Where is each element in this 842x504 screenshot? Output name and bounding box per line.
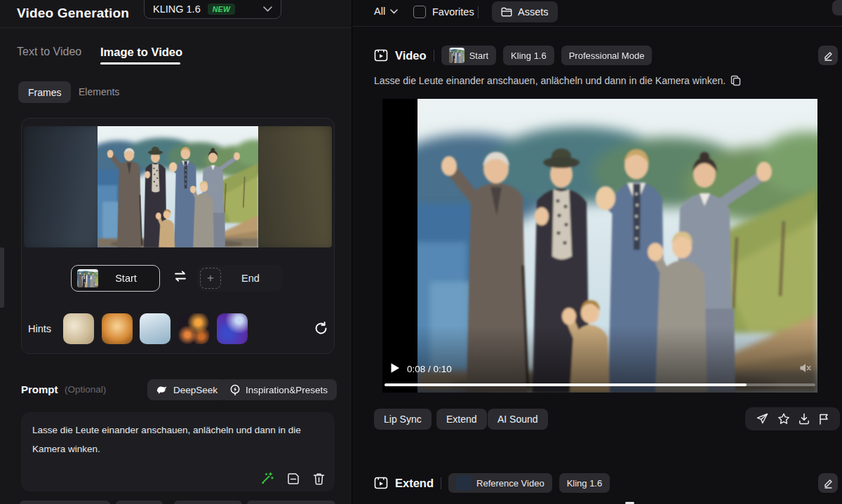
video-progress-fill (385, 383, 747, 386)
download-icon[interactable] (798, 413, 810, 425)
hints-label: Hints (28, 323, 51, 334)
cutoff-option-button-1[interactable] (20, 500, 110, 504)
left-header: Video Generation KLING 1.6 NEW (0, 0, 352, 28)
results-panel: All Favorites Assets Video (353, 0, 842, 504)
hint-thumbnail-2[interactable] (102, 313, 133, 344)
copy-icon[interactable] (730, 75, 741, 86)
assets-label: Assets (518, 6, 549, 18)
prompt-optional-label: (Optional) (65, 384, 106, 395)
left-edge-scrollbar[interactable] (0, 247, 4, 308)
hint-thumbnail-5[interactable] (217, 313, 248, 344)
folder-icon (501, 7, 512, 17)
speaker-muted-icon[interactable] (799, 362, 812, 374)
favorites-label[interactable]: Favorites (432, 6, 474, 18)
extend-section-title: Extend (395, 477, 434, 490)
lip-sync-button[interactable]: Lip Sync (374, 409, 432, 430)
start-frame-thumbnail (77, 269, 98, 287)
video-actions-toolbar (745, 407, 840, 430)
ai-sound-button[interactable]: AI Sound (488, 409, 548, 430)
filter-all-dropdown[interactable]: All (374, 6, 398, 17)
mode-chip-label: Professional Mode (569, 50, 645, 61)
swap-arrows-icon[interactable] (173, 270, 188, 282)
hint-thumbnail-1[interactable] (63, 313, 94, 344)
reference-video-label: Reference Video (476, 478, 544, 489)
save-icon[interactable] (287, 472, 300, 485)
active-tab-underline (100, 62, 180, 64)
pencil-icon (823, 478, 834, 489)
reference-video-thumbnail (456, 475, 472, 491)
cutoff-corner-button[interactable] (832, 0, 842, 15)
section-separator (434, 50, 434, 62)
tab-text-to-video[interactable]: Text to Video (17, 46, 81, 58)
extend-model-chip[interactable]: Kling 1.6 (559, 473, 610, 493)
flag-icon[interactable] (819, 414, 829, 425)
extend-label: Extend (446, 414, 477, 425)
ai-sound-label: AI Sound (497, 414, 538, 425)
plus-icon: + (200, 268, 221, 289)
start-chip-thumbnail (449, 48, 465, 63)
inspiration-presets-button[interactable]: Inspiration&Presets (220, 379, 337, 400)
section-separator (441, 477, 441, 489)
chevron-down-icon (263, 6, 272, 12)
start-frame-chip[interactable]: Start (441, 46, 496, 65)
deepseek-button[interactable]: DeepSeek (147, 379, 227, 400)
chevron-down-icon (390, 9, 398, 14)
subtab-frames[interactable]: Frames (18, 81, 71, 103)
video-frame-icon (374, 476, 388, 490)
playback-time: 0:08 / 0:10 (407, 364, 452, 374)
favorites-checkbox[interactable] (413, 6, 426, 18)
mode-chip[interactable]: Professional Mode (561, 46, 653, 65)
model-selector-label: KLING 1.6 (153, 4, 201, 15)
start-frame-label: Start (98, 273, 154, 284)
model-chip-label: Kling 1.6 (511, 50, 547, 61)
generation-panel: Video Generation KLING 1.6 NEW Text to V… (0, 0, 352, 504)
extend-section-header: Extend Reference Video Kling 1.6 (374, 473, 610, 493)
page-title: Video Generation (17, 6, 129, 21)
lip-sync-label: Lip Sync (384, 414, 422, 425)
magic-wand-icon[interactable] (260, 472, 274, 485)
cutoff-option-button-3[interactable] (174, 500, 242, 504)
paper-plane-icon[interactable] (756, 413, 768, 425)
pencil-icon (823, 50, 834, 61)
whale-icon (156, 386, 168, 395)
header-separator (478, 6, 479, 18)
filter-all-label: All (374, 6, 385, 17)
results-header: All Favorites Assets (353, 0, 842, 27)
end-frame-label: End (221, 273, 280, 284)
cutoff-option-button-4[interactable] (247, 500, 335, 504)
reference-video-chip[interactable]: Reference Video (448, 473, 552, 493)
end-frame-button[interactable]: + End (197, 265, 283, 292)
lightning-pin-icon (229, 384, 241, 396)
start-frame-button[interactable]: Start (71, 265, 160, 292)
cutoff-option-button-2[interactable] (116, 500, 163, 504)
frames-card: Start + End Hints (21, 118, 335, 354)
play-icon[interactable] (390, 362, 400, 374)
trash-icon[interactable] (313, 472, 325, 485)
edit-prompt-button[interactable] (818, 46, 838, 65)
kling-video-generation-app: Video Generation KLING 1.6 NEW Text to V… (0, 0, 842, 504)
deepseek-label: DeepSeek (173, 385, 218, 395)
prompt-textarea[interactable]: Lasse die Leute einander anschauen, anlä… (21, 412, 335, 491)
hint-thumbnail-4[interactable] (178, 313, 209, 344)
model-chip[interactable]: Kling 1.6 (503, 46, 554, 65)
new-badge: NEW (208, 4, 235, 15)
start-frame-preview[interactable] (24, 126, 332, 247)
video-player[interactable]: 0:08 / 0:10 (382, 99, 817, 393)
refresh-icon[interactable] (314, 321, 328, 336)
video-frame-icon (374, 48, 388, 62)
prompt-label: Prompt (21, 383, 58, 395)
extend-model-label: Kling 1.6 (567, 478, 603, 489)
hint-thumbnail-3[interactable] (140, 313, 171, 344)
edit-extend-button[interactable] (818, 473, 838, 493)
video-section-header: Video Start Kling 1.6 Professional Mode (374, 46, 652, 65)
extend-button[interactable]: Extend (436, 409, 487, 430)
model-selector-dropdown[interactable]: KLING 1.6 NEW (144, 0, 281, 19)
assets-button[interactable]: Assets (492, 1, 558, 22)
video-progress-bar[interactable] (385, 383, 815, 386)
tab-image-to-video[interactable]: Image to Video (100, 46, 182, 59)
subtab-elements[interactable]: Elements (79, 86, 119, 97)
prompt-text-value: Lasse die Leute einander anschauen, anlä… (32, 421, 326, 458)
player-bottom-shade (382, 326, 817, 393)
start-frame-image (98, 126, 258, 247)
star-icon[interactable] (777, 413, 790, 425)
